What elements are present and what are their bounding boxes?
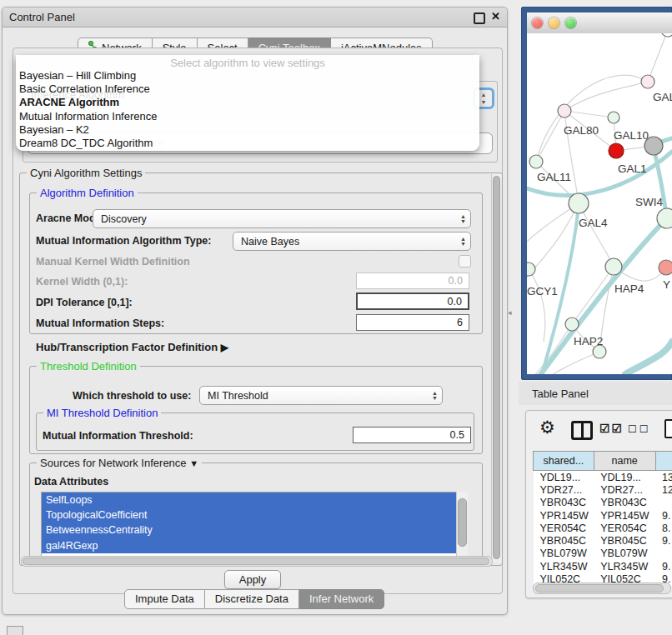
- network-window-titlebar[interactable]: [527, 12, 672, 34]
- mi-threshold-input[interactable]: 0.5: [353, 427, 471, 443]
- tab-infer-network[interactable]: Infer Network: [299, 589, 384, 609]
- close-icon[interactable]: ✕: [491, 10, 500, 22]
- dropdown-item[interactable]: Mutual Information Inference: [16, 110, 479, 123]
- table-hscrollbar-thumb[interactable]: [535, 584, 664, 592]
- kernel-width-input[interactable]: 0.0: [356, 272, 469, 289]
- zoom-traffic-light[interactable]: [565, 18, 576, 28]
- table-cell[interactable]: YBR045C: [594, 534, 655, 547]
- data-attribute-item[interactable]: gal4RGexp: [42, 538, 457, 553]
- table-cell[interactable]: YDR27...: [534, 483, 594, 496]
- table-row[interactable]: YBR043CYBR043C: [534, 497, 672, 509]
- close-traffic-light[interactable]: [532, 18, 543, 28]
- table-cell[interactable]: 9.: [655, 560, 672, 572]
- window-grip[interactable]: [7, 626, 23, 635]
- float-window-icon[interactable]: [474, 12, 485, 24]
- table-cell[interactable]: YER054C: [534, 522, 594, 534]
- network-edge: [648, 33, 668, 82]
- tab-discretize-data[interactable]: Discretize Data: [205, 589, 299, 609]
- network-node-gal[interactable]: [641, 75, 654, 88]
- collapse-arrow-icon[interactable]: ▼: [189, 458, 198, 468]
- network-node-gal10[interactable]: [608, 112, 619, 123]
- apply-button[interactable]: Apply: [224, 570, 281, 589]
- network-node-y[interactable]: [659, 260, 672, 275]
- data-attribute-item[interactable]: TopologicalCoefficient: [42, 508, 457, 522]
- hub-definition-toggle[interactable]: Hub/Transcription Factor Definition ▶: [36, 341, 228, 353]
- mi-type-combo[interactable]: Naive Bayes ▲▼: [233, 232, 471, 251]
- network-node-gal1[interactable]: [609, 143, 624, 158]
- attr-list-scrollbar-thumb[interactable]: [458, 498, 467, 547]
- attr-list-scrollbar[interactable]: [456, 492, 468, 556]
- table-cell[interactable]: YBL079W: [594, 548, 655, 560]
- dropdown-item[interactable]: Dream8 DC_TDC Algorithm: [16, 137, 479, 150]
- minimize-traffic-light[interactable]: [549, 18, 559, 28]
- table-row[interactable]: YDL19...YDL19...13: [534, 471, 672, 484]
- dropdown-item[interactable]: Bayesian – K2: [16, 123, 479, 137]
- table-cell[interactable]: YLR345W: [534, 560, 594, 572]
- data-attribute-item[interactable]: SelfLoops: [42, 492, 457, 508]
- table-row[interactable]: YBR045CYBR045C9.: [534, 534, 672, 547]
- dpi-tolerance-input[interactable]: 0.0: [356, 292, 469, 310]
- network-node-swi4[interactable]: [657, 208, 672, 228]
- select-all-checks-icon[interactable]: ☑☑: [599, 422, 624, 435]
- table-cell[interactable]: YDR27...: [594, 483, 655, 496]
- columns-icon[interactable]: [571, 421, 593, 440]
- manual-kernel-checkbox[interactable]: [459, 255, 471, 268]
- table-cell[interactable]: [655, 548, 672, 560]
- gear-icon[interactable]: ⚙: [539, 418, 555, 438]
- network-node[interactable]: [661, 33, 672, 37]
- table-cell[interactable]: YBR045C: [534, 534, 594, 547]
- column-header-a[interactable]: A: [655, 452, 672, 471]
- table-cell[interactable]: YPR145W: [534, 509, 594, 522]
- sources-title-row[interactable]: Sources for Network Inference ▼: [37, 457, 202, 469]
- table-cell[interactable]: YPR145W: [594, 509, 655, 522]
- settings-scrollbar-thumb[interactable]: [493, 176, 500, 559]
- table-cell[interactable]: [655, 497, 672, 509]
- mi-steps-input[interactable]: 6: [356, 314, 469, 331]
- combo-stepper-icon[interactable]: ▲▼: [456, 210, 470, 228]
- combo-stepper-icon[interactable]: ▲▼: [456, 232, 470, 250]
- table-row[interactable]: YER054CYER054C8.: [534, 522, 672, 534]
- table-cell[interactable]: 13: [655, 471, 672, 484]
- table-row[interactable]: YPR145WYPR145W9.: [534, 509, 672, 522]
- settings-vertical-scrollbar[interactable]: [491, 174, 501, 562]
- network-node-hap4[interactable]: [605, 258, 622, 275]
- table-cell[interactable]: 12: [655, 483, 672, 496]
- node-label: GCY1: [527, 285, 558, 298]
- network-canvas[interactable]: GALGAL80GAL10GAL1GAL11SWI4GAL4GCY1HAP4YH…: [527, 33, 672, 374]
- new-table-icon[interactable]: [664, 419, 672, 438]
- network-node-hap2[interactable]: [565, 318, 579, 331]
- table-cell[interactable]: YLR345W: [594, 560, 655, 572]
- control-panel-titlebar[interactable]: Control Panel ✕: [3, 8, 507, 28]
- data-attribute-item[interactable]: BetweennessCentrality: [42, 522, 457, 538]
- expand-arrow-icon[interactable]: ▶: [221, 342, 228, 353]
- table-horizontal-scrollbar[interactable]: [533, 582, 671, 594]
- table-cell[interactable]: YBR043C: [534, 497, 594, 509]
- table-cell[interactable]: YBL079W: [534, 548, 594, 560]
- table-row[interactable]: YBL079WYBL079W: [534, 548, 672, 560]
- network-node-gal80[interactable]: [558, 104, 571, 118]
- network-node-gal11[interactable]: [529, 155, 543, 168]
- combo-stepper-icon[interactable]: ▲▼: [428, 387, 442, 404]
- table-cell[interactable]: 8.: [655, 522, 672, 534]
- table-row[interactable]: YDR27...YDR27...12: [534, 483, 672, 496]
- column-header-name[interactable]: name: [594, 452, 655, 471]
- deselect-all-checks-icon[interactable]: ☐☐: [628, 423, 651, 435]
- table-row[interactable]: YLR345WYLR345W9.: [534, 560, 672, 572]
- table-cell[interactable]: 9.: [655, 534, 672, 547]
- dropdown-item[interactable]: Bayesian – Hill Climbing: [16, 69, 479, 82]
- table-cell[interactable]: YDL19...: [534, 471, 594, 484]
- network-node-gal4[interactable]: [569, 193, 589, 213]
- tab-impute-data[interactable]: Impute Data: [124, 589, 205, 609]
- table-cell[interactable]: YER054C: [594, 522, 655, 534]
- which-threshold-combo[interactable]: MI Threshold ▲▼: [199, 386, 443, 405]
- splitter-arrow-icon[interactable]: ◂: [508, 308, 512, 317]
- aracne-mode-combo[interactable]: Discovery ▲▼: [93, 209, 471, 228]
- settings-hscrollbar-thumb[interactable]: [23, 558, 489, 565]
- column-header-shared[interactable]: shared...: [534, 452, 594, 471]
- table-cell[interactable]: YBR043C: [594, 497, 655, 509]
- table-cell[interactable]: 9.: [655, 509, 672, 522]
- network-node-gcy1[interactable]: [527, 262, 535, 276]
- settings-horizontal-scrollbar[interactable]: [21, 556, 493, 567]
- table-cell[interactable]: YDL19...: [594, 471, 655, 484]
- dropdown-placeholder: Select algorithm to view settings: [16, 55, 479, 69]
